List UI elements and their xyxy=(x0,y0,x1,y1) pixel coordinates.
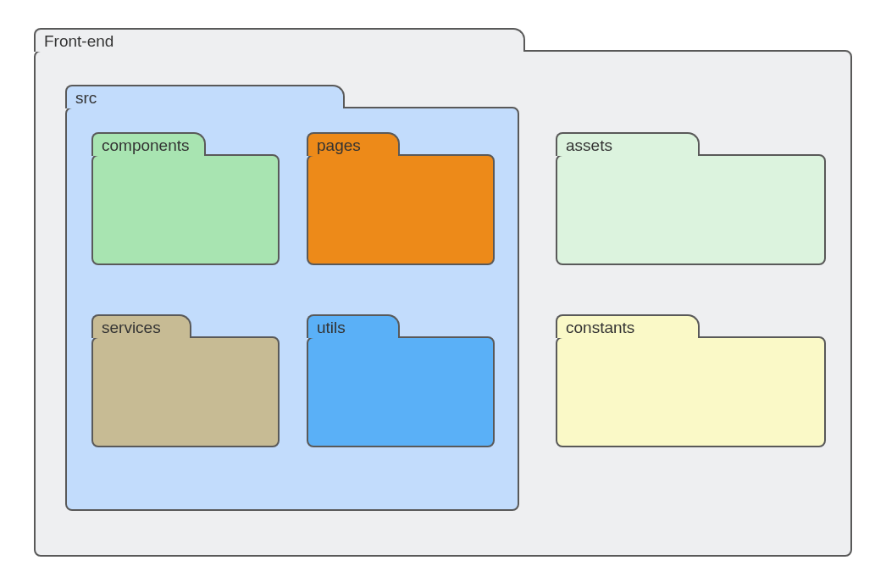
folder-frontend-tab: Front-end xyxy=(34,28,525,52)
folder-pages: pages xyxy=(307,132,495,265)
folder-src-label: src xyxy=(75,89,97,108)
folder-components: components xyxy=(91,132,280,265)
folder-services: services xyxy=(91,314,280,447)
diagram-canvas: Front-end src components pages services … xyxy=(0,0,886,588)
folder-components-body xyxy=(91,154,280,265)
folder-components-label: components xyxy=(102,136,190,155)
folder-constants-body xyxy=(556,336,826,447)
folder-components-tab: components xyxy=(91,132,206,156)
folder-pages-body xyxy=(307,154,495,265)
folder-frontend-label: Front-end xyxy=(44,32,114,51)
folder-utils-tab: utils xyxy=(307,314,400,338)
folder-pages-tab: pages xyxy=(307,132,400,156)
folder-utils-body xyxy=(307,336,495,447)
folder-constants-tab: constants xyxy=(556,314,700,338)
folder-constants: constants xyxy=(556,314,826,447)
folder-utils-label: utils xyxy=(317,319,346,337)
folder-assets-body xyxy=(556,154,826,265)
folder-assets-label: assets xyxy=(566,136,612,155)
folder-utils: utils xyxy=(307,314,495,447)
folder-src-tab: src xyxy=(65,85,345,108)
folder-pages-label: pages xyxy=(317,136,361,155)
folder-services-label: services xyxy=(102,319,161,337)
folder-assets: assets xyxy=(556,132,826,265)
folder-assets-tab: assets xyxy=(556,132,700,156)
folder-constants-label: constants xyxy=(566,319,634,337)
folder-services-tab: services xyxy=(91,314,191,338)
folder-services-body xyxy=(91,336,280,447)
